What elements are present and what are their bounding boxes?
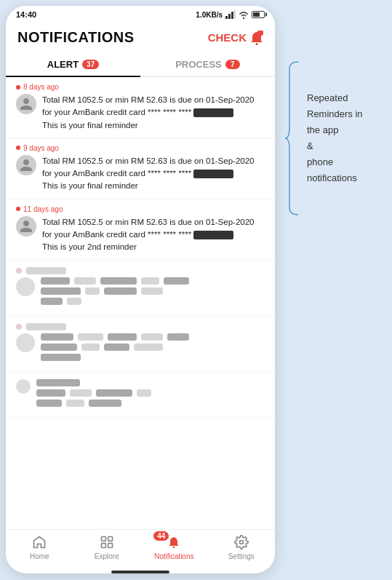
nav-settings-label: Settings: [228, 552, 255, 560]
blurred-text: [41, 277, 265, 308]
svg-point-11: [173, 547, 175, 549]
list-item[interactable]: [6, 316, 275, 372]
blurred-text: [41, 333, 265, 364]
status-time: 14:40: [16, 10, 36, 19]
bottom-nav: Home Explore: [6, 529, 275, 568]
nav-notifications-label: Notifications: [154, 552, 193, 560]
blurred-text: [36, 379, 265, 410]
blurred-avatar: [16, 277, 35, 296]
signal-icon: [225, 10, 236, 19]
unread-dot: [16, 146, 20, 150]
alert-badge: 37: [82, 60, 99, 69]
nav-home[interactable]: Home: [6, 534, 73, 560]
svg-rect-3: [234, 10, 236, 19]
avatar: [16, 216, 36, 237]
unread-dot: [16, 85, 20, 90]
svg-rect-10: [108, 544, 112, 548]
svg-rect-2: [231, 12, 233, 19]
blurred-date-row: [16, 267, 265, 274]
list-item[interactable]: [6, 372, 275, 418]
tab-alert[interactable]: ALERT 37: [6, 53, 140, 77]
notifications-icon: 44: [166, 534, 182, 550]
home-indicator: [111, 571, 169, 573]
explore-icon: [99, 534, 115, 550]
nav-settings[interactable]: Settings: [208, 534, 276, 560]
redacted-text: [193, 231, 233, 239]
list-item[interactable]: [6, 260, 275, 316]
network-speed: 1.0KB/s: [196, 11, 223, 19]
annotation-text: RepeatedReminders inthe app&phonenotific…: [307, 90, 363, 187]
bracket-container: RepeatedReminders inthe app&phonenotific…: [284, 58, 363, 218]
wifi-icon: [239, 11, 249, 19]
notif-message: Total RM 1052.5 or min RM 52.63 is due o…: [42, 94, 265, 132]
blurred-avatar: [16, 333, 35, 352]
svg-point-12: [239, 541, 243, 544]
list-item[interactable]: 11 days ago Total RM 1052.5 or min RM 52…: [6, 199, 275, 261]
annotation-panel: RepeatedReminders inthe app&phonenotific…: [284, 58, 363, 218]
bell-icon: [250, 31, 263, 45]
notifications-badge: 44: [153, 531, 169, 541]
tab-bar: ALERT 37 PROCESS 7: [6, 53, 275, 77]
settings-icon: [233, 534, 249, 550]
svg-rect-1: [228, 14, 231, 19]
list-item[interactable]: 9 days ago Total RM 1052.5 or min RM 52.…: [6, 138, 275, 199]
nav-explore[interactable]: Explore: [73, 534, 141, 560]
svg-rect-9: [101, 544, 105, 548]
notif-date: 8 days ago: [16, 83, 265, 91]
blurred-date-row: [16, 323, 265, 330]
battery-icon: [252, 11, 265, 18]
svg-point-4: [256, 43, 258, 45]
notif-content: Total RM 1052.5 or min RM 52.63 is due o…: [16, 94, 265, 132]
notification-list: 8 days ago Total RM 1052.5 or min RM 52.…: [6, 77, 275, 529]
svg-rect-8: [108, 537, 112, 541]
redacted-text: [193, 108, 233, 117]
svg-rect-7: [101, 537, 105, 541]
bracket-svg: [284, 58, 301, 218]
list-item[interactable]: 8 days ago Total RM 1052.5 or min RM 52.…: [6, 77, 275, 138]
status-bar: 14:40 1.0KB/s: [6, 6, 275, 23]
process-badge: 7: [225, 60, 240, 69]
avatar: [16, 94, 36, 114]
nav-notifications[interactable]: 44 Notifications: [140, 534, 208, 560]
tab-process-label: PROCESS: [175, 59, 222, 70]
unread-dot: [16, 207, 20, 211]
notif-content: Total RM 1052.5 or min RM 52.63 is due o…: [16, 155, 265, 193]
notif-content: Total RM 1052.5 or min RM 52.63 is due o…: [16, 216, 265, 254]
nav-explore-label: Explore: [95, 552, 119, 560]
status-right: 1.0KB/s: [196, 10, 265, 19]
notif-message: Total RM 1052.5 or min RM 52.63 is due o…: [42, 155, 265, 193]
page-title: NOTIFICATIONS: [17, 29, 135, 46]
redacted-text: [193, 170, 233, 178]
nav-home-label: Home: [30, 552, 49, 560]
notif-date: 11 days ago: [16, 205, 265, 213]
app-header: NOTIFICATIONS CHECK: [6, 23, 275, 46]
svg-rect-0: [225, 16, 228, 19]
avatar: [16, 155, 36, 175]
phone-frame: 14:40 1.0KB/s: [6, 6, 275, 573]
notif-date: 9 days ago: [16, 144, 265, 152]
blurred-avatar: [16, 379, 31, 394]
notif-message: Total RM 1052.5 or min RM 52.63 is due o…: [42, 216, 265, 254]
tab-process[interactable]: PROCESS 7: [140, 53, 275, 76]
home-icon: [31, 534, 47, 550]
check-label: CHECK: [208, 31, 247, 44]
outer-container: 14:40 1.0KB/s: [0, 0, 392, 580]
tab-alert-label: ALERT: [47, 59, 79, 70]
check-button[interactable]: CHECK: [208, 31, 263, 45]
